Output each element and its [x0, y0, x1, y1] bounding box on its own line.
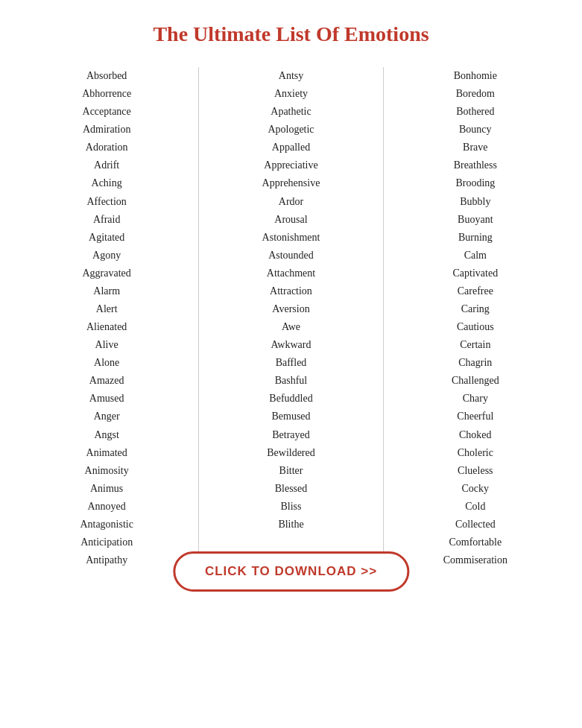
column-1: AbsorbedAbhorrenceAcceptanceAdmirationAd… [15, 67, 199, 569]
word-item: Apprehensive [262, 174, 320, 192]
word-item: Bewildered [267, 444, 315, 462]
word-item: Apathetic [271, 103, 311, 121]
word-item: Agony [92, 247, 121, 265]
word-item: Aversion [272, 300, 309, 318]
word-item: Alive [95, 336, 118, 354]
word-item: Brave [463, 139, 487, 156]
word-item: Aching [92, 174, 122, 192]
word-item: Aggravated [83, 265, 131, 282]
columns-wrapper: AbsorbedAbhorrenceAcceptanceAdmirationAd… [15, 67, 567, 569]
word-item: Anger [94, 408, 120, 425]
column-3: BonhomieBoredomBotheredBouncyBraveBreath… [384, 67, 567, 569]
word-item: Boredom [456, 85, 495, 103]
word-item: Adrift [94, 156, 119, 174]
word-item: Befuddled [269, 390, 312, 408]
word-item: Alarm [93, 282, 120, 300]
word-item: Abhorrence [82, 85, 131, 103]
download-button[interactable]: CLICK TO DOWNLOAD >> [173, 551, 409, 592]
word-item: Caring [461, 300, 490, 318]
word-item: Animosity [85, 462, 129, 480]
word-item: Certain [460, 336, 490, 354]
word-item: Adoration [86, 139, 128, 156]
word-item: Blessed [275, 480, 308, 498]
word-item: Agitated [89, 229, 124, 247]
word-item: Antsy [279, 67, 303, 85]
word-item: Cheerful [457, 408, 493, 425]
word-item: Bubbly [460, 193, 490, 211]
word-item: Bemused [271, 408, 310, 425]
word-item: Cold [465, 498, 485, 516]
word-item: Carefree [458, 282, 493, 300]
word-item: Breathless [454, 156, 497, 174]
word-item: Attraction [270, 282, 312, 300]
word-item: Chagrin [458, 354, 492, 372]
word-item: Amused [89, 390, 124, 408]
word-item: Cautious [457, 318, 494, 336]
word-item: Ardor [279, 193, 303, 211]
word-item: Challenged [452, 372, 499, 390]
word-item: Anticipation [80, 534, 133, 551]
word-item: Chary [463, 390, 488, 408]
word-item: Amazed [89, 372, 124, 390]
word-item: Anxiety [274, 85, 308, 103]
word-item: Acceptance [83, 103, 131, 121]
word-item: Buoyant [458, 211, 493, 229]
word-item: Alone [94, 354, 119, 372]
word-item: Antipathy [86, 551, 127, 569]
word-item: Choleric [458, 444, 493, 462]
word-item: Animus [90, 480, 123, 498]
word-item: Astounded [268, 247, 314, 265]
word-item: Appalled [272, 139, 310, 156]
word-item: Comfortable [449, 534, 502, 551]
word-item: Attachment [267, 265, 315, 282]
word-item: Apologetic [268, 121, 314, 139]
word-item: Afraid [93, 211, 121, 229]
word-item: Annoyed [88, 498, 126, 516]
word-item: Captivated [452, 265, 498, 282]
word-item: Awe [282, 318, 300, 336]
word-item: Awkward [271, 336, 311, 354]
page-title: The Ultimate List Of Emotions [15, 22, 567, 46]
word-item: Commiseration [443, 551, 507, 569]
page-container: The Ultimate List Of Emotions AbsorbedAb… [0, 0, 582, 614]
word-item: Bashful [275, 372, 308, 390]
word-item: Blithe [278, 516, 303, 534]
word-item: Alert [96, 300, 118, 318]
word-item: Calm [464, 247, 487, 265]
word-item: Bouncy [459, 121, 492, 139]
word-item: Burning [458, 229, 493, 247]
word-item: Choked [459, 426, 492, 444]
word-item: Bothered [456, 103, 494, 121]
word-item: Angst [94, 426, 118, 444]
word-item: Bliss [280, 498, 301, 516]
word-item: Cocky [462, 480, 490, 498]
word-item: Astonishment [262, 229, 320, 247]
word-item: Collected [455, 516, 496, 534]
word-item: Absorbed [86, 67, 127, 85]
download-button-container: CLICK TO DOWNLOAD >> [173, 551, 409, 592]
word-item: Brooding [455, 174, 495, 192]
word-item: Betrayed [272, 426, 310, 444]
word-item: Alienated [86, 318, 127, 336]
word-item: Appreciative [264, 156, 317, 174]
word-item: Affection [86, 193, 126, 211]
word-item: Clueless [458, 462, 493, 480]
word-item: Arousal [274, 211, 307, 229]
word-item: Admiration [83, 121, 131, 139]
word-item: Antagonistic [80, 516, 133, 534]
word-item: Bonhomie [454, 67, 497, 85]
word-item: Bitter [279, 462, 303, 480]
column-2: AntsyAnxietyApatheticApologeticAppalledA… [199, 67, 383, 569]
word-item: Baffled [276, 354, 307, 372]
word-item: Animated [86, 444, 127, 462]
